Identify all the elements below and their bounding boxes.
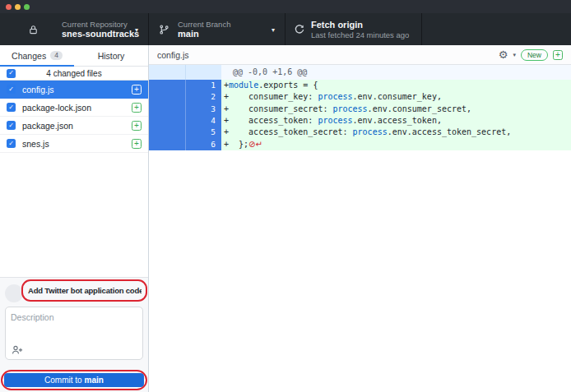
tab-history-label: History bbox=[98, 51, 125, 61]
diff-gutter-old[interactable] bbox=[149, 91, 185, 103]
fetch-origin-button[interactable]: Fetch origin Last fetched 24 minutes ago bbox=[286, 13, 422, 45]
diff-line: 6+ };⊘↵ bbox=[149, 139, 571, 150]
added-status-icon bbox=[553, 50, 563, 60]
diff-line: 1+module.exports = { bbox=[149, 80, 571, 91]
diff-code-text: + access_token: process.env.access_token… bbox=[221, 115, 571, 127]
diff-gutter-line-number[interactable]: 4 bbox=[185, 115, 221, 127]
chevron-down-icon: ▾ bbox=[272, 25, 275, 33]
repository-selector[interactable]: Current Repository snes-soundtracks ▾ bbox=[0, 13, 149, 45]
commit-description-textarea[interactable] bbox=[6, 307, 142, 342]
file-include-checkbox[interactable] bbox=[7, 103, 16, 112]
chevron-down-icon: ▾ bbox=[135, 25, 138, 33]
diff-code-text: + consumer_secret: process.env.consumer_… bbox=[221, 104, 571, 115]
toolbar-spacer bbox=[422, 13, 571, 45]
diff-gutter-line-number[interactable]: 6 bbox=[185, 139, 221, 150]
fetch-label: Fetch origin bbox=[311, 20, 409, 30]
added-status-icon bbox=[132, 85, 142, 95]
branch-name: main bbox=[178, 29, 230, 39]
diff-gutter-line-number[interactable]: 3 bbox=[185, 104, 221, 115]
added-status-icon bbox=[132, 139, 142, 149]
changed-files-header: 4 changed files bbox=[0, 67, 148, 81]
diff-gutter-line-number[interactable]: 1 bbox=[185, 80, 221, 91]
new-file-badge: New bbox=[521, 49, 548, 61]
close-button[interactable] bbox=[6, 4, 12, 10]
branch-label: Current Branch bbox=[178, 20, 230, 29]
commit-button-prefix: Commit to bbox=[44, 376, 82, 385]
file-name: config.js bbox=[22, 85, 132, 95]
added-status-icon bbox=[132, 121, 142, 131]
gear-icon[interactable]: ⚙ bbox=[499, 49, 508, 60]
repository-label: Current Repository bbox=[62, 20, 139, 29]
commit-button-branch: main bbox=[85, 376, 104, 385]
chevron-down-icon[interactable]: ▾ bbox=[513, 52, 516, 58]
added-status-icon bbox=[132, 103, 142, 113]
changed-file-list: config.jspackage-lock.jsonpackage.jsonsn… bbox=[0, 81, 148, 153]
diff-gutter-line-number[interactable]: 2 bbox=[185, 91, 221, 103]
github-desktop-window: Current Repository snes-soundtracks ▾ Cu… bbox=[0, 0, 571, 392]
sync-icon bbox=[294, 24, 305, 35]
commit-description-box bbox=[5, 307, 143, 360]
lock-icon bbox=[28, 24, 39, 35]
tab-history[interactable]: History bbox=[74, 45, 148, 66]
avatar bbox=[5, 284, 23, 302]
commit-button[interactable]: Commit to main bbox=[4, 373, 144, 387]
diff-gutter-line-number[interactable]: 5 bbox=[185, 127, 221, 138]
commit-summary-input[interactable] bbox=[28, 284, 142, 297]
tab-changes-label: Changes bbox=[12, 51, 46, 61]
diff-lines: 1+module.exports = {2+ consumer_key: pro… bbox=[149, 80, 571, 150]
tab-bar: Changes 4 History bbox=[0, 45, 148, 67]
select-all-checkbox[interactable] bbox=[7, 69, 16, 78]
hunk-header-row: @@ -0,0 +1,6 @@ bbox=[149, 65, 571, 80]
file-row-package.json[interactable]: package.json bbox=[0, 117, 148, 135]
diff-code-text: + };⊘↵ bbox=[221, 139, 571, 150]
diff-code-text: + consumer_key: process.env.consumer_key… bbox=[221, 91, 571, 103]
file-row-snes.js[interactable]: snes.js bbox=[0, 135, 148, 153]
diff-line: 3+ consumer_secret: process.env.consumer… bbox=[149, 104, 571, 115]
toolbar: Current Repository snes-soundtracks ▾ Cu… bbox=[0, 13, 571, 45]
diff-gutter-old[interactable] bbox=[149, 139, 185, 150]
diff-gutter-old[interactable] bbox=[149, 80, 185, 91]
diff-panel: config.js ⚙ ▾ New @@ -0,0 +1,6 @@ 1+modu… bbox=[149, 45, 571, 392]
changed-files-summary: 4 changed files bbox=[0, 69, 148, 78]
file-name: snes.js bbox=[22, 139, 132, 149]
diff-line: 4+ access_token: process.env.access_toke… bbox=[149, 115, 571, 127]
hunk-gutter-old bbox=[149, 65, 185, 80]
file-row-package-lock.json[interactable]: package-lock.json bbox=[0, 99, 148, 117]
file-include-checkbox[interactable] bbox=[7, 139, 16, 148]
diff-line: 5+ access_token_secret: process.env.acce… bbox=[149, 127, 571, 138]
diff-gutter-old[interactable] bbox=[149, 115, 185, 127]
git-branch-icon bbox=[159, 24, 169, 35]
hunk-header-text: @@ -0,0 +1,6 @@ bbox=[221, 65, 571, 80]
zoom-button[interactable] bbox=[24, 4, 30, 10]
file-name: package.json bbox=[22, 121, 132, 131]
file-row-config.js[interactable]: config.js bbox=[0, 81, 148, 99]
commit-form: Commit to main bbox=[0, 277, 148, 392]
title-bar bbox=[0, 0, 571, 13]
file-include-checkbox[interactable] bbox=[7, 85, 16, 94]
diff-gutter-old[interactable] bbox=[149, 104, 185, 115]
diff-line: 2+ consumer_key: process.env.consumer_ke… bbox=[149, 91, 571, 103]
diff-file-name: config.js bbox=[157, 50, 189, 60]
minimize-button[interactable] bbox=[15, 4, 21, 10]
fetch-sublabel: Last fetched 24 minutes ago bbox=[311, 30, 409, 39]
sidebar: Changes 4 History 4 changed files config… bbox=[0, 45, 149, 392]
diff-code-text: +module.exports = { bbox=[221, 80, 571, 91]
file-name: package-lock.json bbox=[22, 103, 132, 113]
file-include-checkbox[interactable] bbox=[7, 121, 16, 130]
repository-name: snes-soundtracks bbox=[62, 29, 139, 39]
changes-count-badge: 4 bbox=[50, 51, 63, 60]
diff-header: config.js ⚙ ▾ New bbox=[149, 45, 571, 65]
hunk-gutter-new bbox=[185, 65, 221, 80]
diff-code-text: + access_token_secret: process.env.acces… bbox=[221, 127, 571, 138]
diff-gutter-old[interactable] bbox=[149, 127, 185, 138]
branch-selector[interactable]: Current Branch main ▾ bbox=[149, 13, 286, 45]
add-coauthor-icon[interactable] bbox=[12, 344, 23, 356]
tab-changes[interactable]: Changes 4 bbox=[0, 45, 74, 66]
